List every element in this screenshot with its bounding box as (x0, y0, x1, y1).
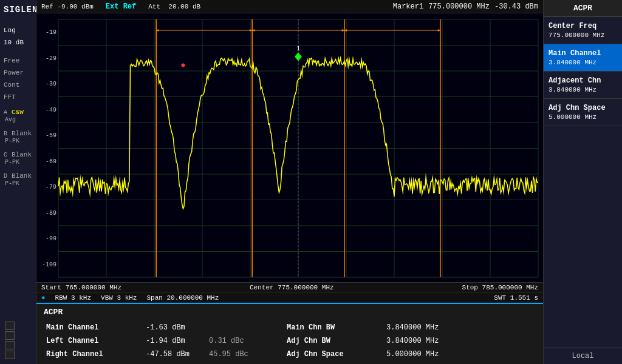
brand-logo: SIGLENT (2, 2, 33, 17)
trace-b-type[interactable]: Blank (10, 129, 33, 138)
left-sidebar: SIGLENT Log 10 dB Free Power Cont FFT A … (0, 0, 36, 364)
mode-power[interactable]: Power (2, 68, 33, 78)
ref-label: Ref -9.00 dBm (41, 3, 94, 10)
spectrum-canvas (36, 13, 543, 282)
mode-free[interactable]: Free (2, 56, 33, 66)
right-panel-adjacent-chn[interactable]: Adjacent Chn 3.840000 MHz (544, 72, 622, 99)
acpr-main-channel-relative (207, 322, 255, 334)
trace-d-sub: P-PK (2, 180, 33, 187)
center-freq: Center 775.000000 MHz (250, 284, 334, 291)
right-panel-center-freq-value: 775.000000 MHz (549, 32, 617, 39)
trace-c-type[interactable]: Blank (10, 150, 33, 159)
acpr-right-channel-label: Right Channel (44, 348, 141, 360)
acpr-title: ACPR (44, 308, 536, 317)
acpr-left-channel-power: -1.94 dBm (143, 335, 204, 347)
trace-a-type[interactable]: C&W (10, 108, 25, 116)
start-freq: Start 765.000000 MHz (41, 284, 121, 291)
rbw-bar: ● RBW 3 kHz VBW 3 kHz Span 20.000000 MHz… (36, 292, 543, 303)
right-panel-adj-chn-space-value: 5.000000 MHz (549, 113, 617, 121)
acpr-left-channel-label: Left Channel (44, 335, 141, 347)
right-panel-main-channel-value: 3.840000 MHz (549, 59, 617, 66)
acpr-main-chn-bw-value: 3.840000 MHz (384, 322, 469, 334)
acpr-adj-chn-bw-value: 3.840000 MHz (384, 335, 469, 347)
swt: SWT 1.551 s (494, 294, 538, 302)
right-panel-main-channel[interactable]: Main Channel 3.840000 MHz (544, 44, 622, 72)
scale-type[interactable]: Log (2, 25, 33, 35)
acpr-table: Main Channel -1.63 dBm Main Chn BW 3.840… (44, 322, 536, 360)
acpr-adj-chn-space-label: Adj Chn Space (284, 348, 381, 360)
rbw: RBW 3 kHz (55, 294, 91, 302)
right-panel-center-freq-label: Center Freq (549, 22, 617, 30)
right-panel-adj-chn-space-label: Adj Chn Space (549, 104, 617, 112)
mode-fft[interactable]: FFT (2, 92, 33, 102)
top-bar: Ref -9.00 dBm Ext Ref Att 20.00 dB Marke… (36, 0, 543, 13)
scale-value: 10 dB (2, 38, 33, 47)
stop-freq: Stop 785.000000 MHz (462, 284, 538, 291)
acpr-adj-chn-space-value: 5.000000 MHz (384, 348, 469, 360)
marker-amp: -30.43 dBm (494, 2, 538, 11)
marker-freq: 775.000000 MHz (428, 2, 490, 11)
acpr-left-channel-relative: 0.31 dBc (207, 335, 255, 347)
trace-b-sub: P-PK (2, 138, 33, 144)
att-label: Att 20.00 dB (148, 3, 200, 10)
right-panel: ACPR Center Freq 775.000000 MHz Main Cha… (543, 0, 622, 364)
spectrum-display[interactable] (36, 13, 543, 282)
right-panel-adjacent-chn-label: Adjacent Chn (549, 76, 617, 85)
mode-cont[interactable]: Cont (2, 80, 33, 90)
right-panel-main-channel-label: Main Channel (549, 49, 617, 58)
trace-c-indicator: C (2, 151, 9, 159)
vbw: VBW 3 kHz (101, 294, 137, 302)
right-panel-adjacent-chn-value: 3.840000 MHz (549, 86, 617, 93)
acpr-main-channel-power: -1.63 dBm (143, 322, 204, 334)
trace-a-sub: Avg (2, 116, 33, 123)
acpr-section: ACPR Main Channel -1.63 dBm Main Chn BW … (36, 303, 543, 364)
marker-info: Marker1 775.000000 MHz -30.43 dBm (393, 2, 538, 11)
right-panel-adj-chn-space[interactable]: Adj Chn Space 5.000000 MHz (544, 99, 622, 126)
trace-b-indicator: B (2, 130, 9, 138)
trace-a-indicator: A (2, 109, 9, 116)
right-panel-local[interactable]: Local (544, 348, 622, 364)
span: Span 20.000000 MHz (146, 294, 219, 302)
marker-label: Marker1 (393, 2, 423, 11)
acpr-right-channel-relative: 45.95 dBc (207, 348, 255, 360)
trace-d-indicator: D (2, 172, 9, 180)
trace-c-sub: P-PK (2, 159, 33, 166)
trace-d-type[interactable]: Blank (10, 172, 33, 180)
acpr-main-channel-label: Main Channel (44, 322, 141, 334)
freq-bar: Start 765.000000 MHz Center 775.000000 M… (36, 282, 543, 292)
acpr-right-channel-power: -47.58 dBm (143, 348, 204, 360)
right-panel-center-freq[interactable]: Center Freq 775.000000 MHz (544, 17, 622, 44)
right-panel-title: ACPR (544, 0, 622, 17)
grid-icon[interactable] (2, 319, 27, 362)
main-area: Ref -9.00 dBm Ext Ref Att 20.00 dB Marke… (36, 0, 543, 364)
acpr-main-chn-bw-label: Main Chn BW (284, 322, 381, 334)
acpr-adj-chn-bw-label: Adj Chn BW (284, 335, 381, 347)
ext-ref-label: Ext Ref (106, 2, 136, 11)
rbw-indicator: ● (41, 294, 46, 302)
